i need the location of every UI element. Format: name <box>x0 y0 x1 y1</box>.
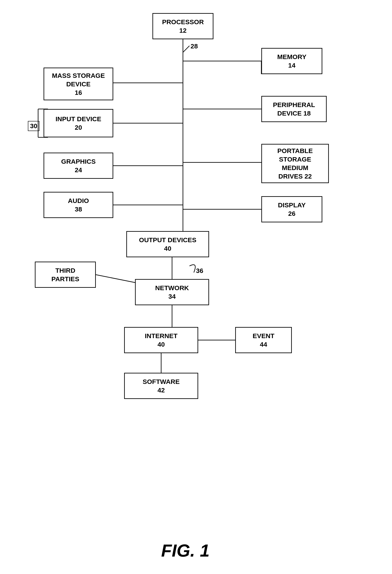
memory-box: MEMORY 14 <box>261 48 322 74</box>
audio-box: AUDIO 38 <box>44 192 113 218</box>
svg-line-15 <box>96 275 139 283</box>
label-30: 30 <box>28 121 39 131</box>
figure-label: FIG. 1 <box>161 541 209 561</box>
input-device-box: INPUT DEVICE 20 <box>44 109 113 137</box>
event-box: EVENT 44 <box>235 327 292 353</box>
svg-line-1 <box>183 46 189 52</box>
network-box: NETWORK 34 <box>135 279 209 305</box>
diagram-container: PROCESSOR 12 MEMORY 14 MASS STORAGE DEVI… <box>0 0 392 574</box>
portable-storage-box: PORTABLE STORAGE MEDIUM DRIVES 22 <box>261 144 329 183</box>
internet-box: INTERNET 40 <box>124 327 198 353</box>
processor-box: PROCESSOR 12 <box>152 13 213 39</box>
label-28: 28 <box>190 42 198 50</box>
peripheral-box: PERIPHERAL DEVICE 18 <box>261 96 327 122</box>
third-parties-box: THIRD PARTIES <box>35 262 96 288</box>
software-box: SOFTWARE 42 <box>124 373 198 399</box>
output-devices-box: OUTPUT DEVICES 40 <box>126 231 209 257</box>
display-box: DISPLAY 26 <box>261 196 322 222</box>
label-36: 36 <box>196 267 203 274</box>
graphics-box: GRAPHICS 24 <box>44 153 113 179</box>
mass-storage-box: MASS STORAGE DEVICE 16 <box>44 68 113 100</box>
